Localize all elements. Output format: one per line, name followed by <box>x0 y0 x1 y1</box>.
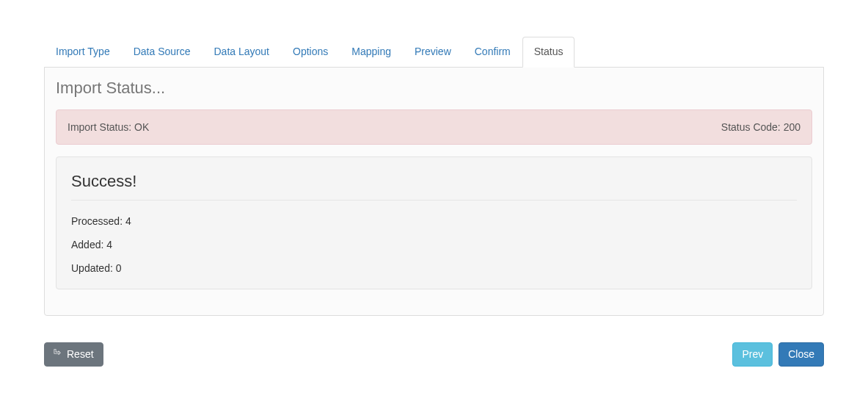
updated-stat: Updated: 0 <box>71 262 797 274</box>
tab-bar: Import Type Data Source Data Layout Opti… <box>44 37 824 68</box>
status-alert: Import Status: OK Status Code: 200 <box>56 109 812 145</box>
tab-label: Status <box>534 46 564 57</box>
tab-status[interactable]: Status <box>522 37 575 68</box>
added-stat: Added: 4 <box>71 239 797 250</box>
import-status-text: Import Status: OK <box>68 121 149 133</box>
tab-label: Confirm <box>475 46 511 57</box>
reset-icon <box>54 351 62 357</box>
tab-label: Data Source <box>134 46 191 57</box>
status-code-text: Status Code: 200 <box>721 121 800 133</box>
tab-label: Data Layout <box>214 46 270 57</box>
tab-import-type[interactable]: Import Type <box>44 37 122 67</box>
tab-mapping[interactable]: Mapping <box>340 37 403 67</box>
prev-button-label: Prev <box>742 347 763 362</box>
tab-confirm[interactable]: Confirm <box>463 37 522 67</box>
close-button-label: Close <box>788 347 814 362</box>
reset-button[interactable]: Reset <box>44 342 103 367</box>
panel-title: Import Status... <box>56 79 812 98</box>
tab-data-source[interactable]: Data Source <box>122 37 203 67</box>
close-button[interactable]: Close <box>778 342 824 367</box>
result-title: Success! <box>71 172 797 201</box>
tab-options[interactable]: Options <box>281 37 340 67</box>
prev-button[interactable]: Prev <box>732 342 773 367</box>
tab-label: Import Type <box>56 46 110 57</box>
tab-label: Mapping <box>351 46 391 57</box>
result-well: Success! Processed: 4 Added: 4 Updated: … <box>56 156 812 289</box>
reset-button-label: Reset <box>67 347 94 362</box>
tab-label: Preview <box>415 46 451 57</box>
tab-data-layout[interactable]: Data Layout <box>203 37 282 67</box>
tab-label: Options <box>293 46 328 57</box>
tab-preview[interactable]: Preview <box>403 37 463 67</box>
status-panel: Import Status... Import Status: OK Statu… <box>44 67 824 316</box>
processed-stat: Processed: 4 <box>71 215 797 227</box>
footer-actions: Reset Prev Close <box>0 342 868 367</box>
